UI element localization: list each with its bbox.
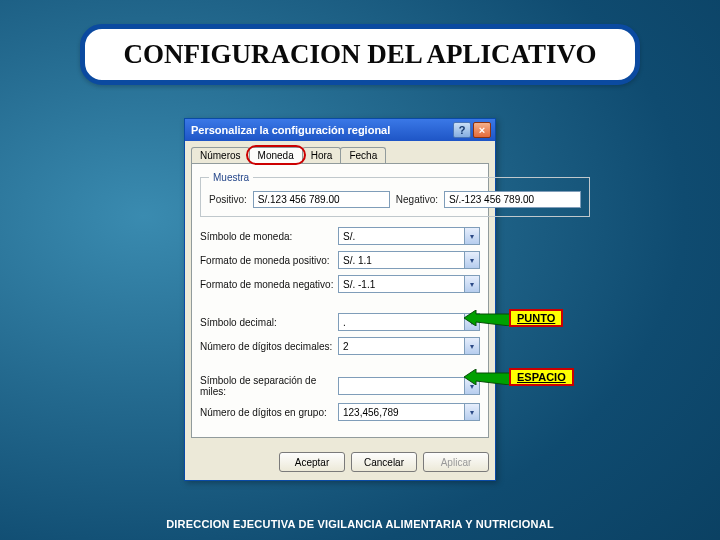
lbl-digitos-grupo: Número de dígitos en grupo:	[200, 407, 338, 418]
row-simbolo-decimal: Símbolo decimal: . ▾	[200, 313, 480, 331]
callout-punto: PUNTO	[509, 309, 563, 327]
row-digitos-grupo: Número de dígitos en grupo: 123,456,789 …	[200, 403, 480, 421]
row-formato-neg: Formato de moneda negativo: S/. -1.1 ▾	[200, 275, 480, 293]
lbl-digitos-dec: Número de dígitos decimales:	[200, 341, 338, 352]
lbl-simbolo-moneda: Símbolo de moneda:	[200, 231, 338, 242]
negativo-label: Negativo:	[396, 194, 438, 205]
select-digitos-dec[interactable]: 2 ▾	[338, 337, 480, 355]
lbl-sep-miles: Símbolo de separación de miles:	[200, 375, 338, 397]
aplicar-button: Aplicar	[423, 452, 489, 472]
slide-footer: DIRECCION EJECUTIVA DE VIGILANCIA ALIMEN…	[0, 518, 720, 530]
callout-espacio: ESPACIO	[509, 368, 574, 386]
chevron-down-icon: ▾	[464, 404, 479, 420]
chevron-down-icon: ▾	[464, 228, 479, 244]
select-formato-neg[interactable]: S/. -1.1 ▾	[338, 275, 480, 293]
chevron-down-icon: ▾	[464, 276, 479, 292]
select-simbolo-moneda[interactable]: S/. ▾	[338, 227, 480, 245]
row-formato-pos: Formato de moneda positivo: S/. 1.1 ▾	[200, 251, 480, 269]
select-formato-pos[interactable]: S/. 1.1 ▾	[338, 251, 480, 269]
aceptar-button[interactable]: Aceptar	[279, 452, 345, 472]
slide-title: CONFIGURACION DEL APLICATIVO	[80, 24, 640, 85]
positivo-field	[253, 191, 390, 208]
dialog-button-row: Aceptar Cancelar Aplicar	[185, 444, 495, 480]
tab-hora[interactable]: Hora	[302, 147, 342, 163]
tab-moneda[interactable]: Moneda	[249, 147, 303, 163]
tab-fecha[interactable]: Fecha	[340, 147, 386, 163]
select-digitos-grupo[interactable]: 123,456,789 ▾	[338, 403, 480, 421]
lbl-formato-pos: Formato de moneda positivo:	[200, 255, 338, 266]
chevron-down-icon: ▾	[464, 252, 479, 268]
arrow-icon	[464, 369, 510, 381]
dialog-title: Personalizar la configuración regional	[191, 124, 390, 136]
tab-numeros[interactable]: Números	[191, 147, 250, 163]
chevron-down-icon: ▾	[464, 338, 479, 354]
regional-settings-dialog: Personalizar la configuración regional ?…	[184, 118, 496, 481]
row-simbolo-moneda: Símbolo de moneda: S/. ▾	[200, 227, 480, 245]
positivo-label: Positivo:	[209, 194, 247, 205]
dialog-close-button[interactable]: ×	[473, 122, 491, 138]
tab-panel-moneda: Muestra Positivo: Negativo: Símbolo de m…	[191, 163, 489, 438]
lbl-formato-neg: Formato de moneda negativo:	[200, 279, 338, 290]
svg-marker-0	[464, 310, 510, 326]
dialog-titlebar: Personalizar la configuración regional ?…	[185, 119, 495, 141]
cancelar-button[interactable]: Cancelar	[351, 452, 417, 472]
negativo-field	[444, 191, 581, 208]
select-sep-miles[interactable]: ▾	[338, 377, 480, 395]
lbl-simbolo-decimal: Símbolo decimal:	[200, 317, 338, 328]
svg-marker-1	[464, 369, 510, 385]
muestra-legend: Muestra	[209, 172, 253, 183]
dialog-help-button[interactable]: ?	[453, 122, 471, 138]
row-sep-miles: Símbolo de separación de miles: ▾	[200, 375, 480, 397]
arrow-icon	[464, 310, 510, 322]
row-digitos-dec: Número de dígitos decimales: 2 ▾	[200, 337, 480, 355]
muestra-group: Muestra Positivo: Negativo:	[200, 172, 590, 217]
tabstrip: Números Moneda Hora Fecha	[185, 141, 495, 163]
select-simbolo-decimal[interactable]: . ▾	[338, 313, 480, 331]
